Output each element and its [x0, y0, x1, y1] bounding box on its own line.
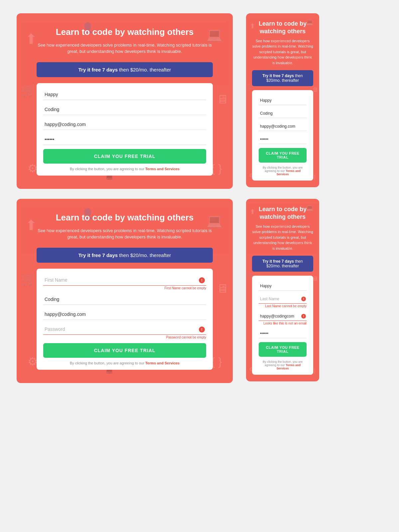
mobile2-card-heading: Learn to code by watching others — [252, 205, 313, 221]
card-filled-mobile: ⬆ 💻 🛒 🖥 ⚙ { } Learn to code by watching … — [246, 13, 319, 187]
mobile-first-name-field — [259, 96, 307, 105]
bg-icon-screen: 🖥 — [216, 92, 228, 106]
terms-link-2[interactable]: Terms and Services — [145, 361, 180, 365]
first-name-error-icon: ! — [199, 277, 205, 283]
card-filled-large: ⬆ 👤 💻 🛒 🖥 ⚙ 📱 { } ☁ 🔔 Learn to code by w… — [17, 13, 233, 189]
mobile-signup-form: CLAIM YOU FREE TRIAL By clicking the but… — [252, 90, 313, 181]
bg-icon-settings: ⚙ — [28, 162, 38, 175]
trial-btn2-bold: Try it free 7 days — [78, 252, 118, 258]
mobile-card-heading: Learn to code by watching others — [252, 20, 313, 36]
mobile-trial-button[interactable]: Try it free 7 days then $20/mo. thereaft… — [252, 70, 313, 86]
card-errors-mobile: ⬆ 💻 🛒 🖥 ⚙ { } Learn to code by watching … — [246, 199, 319, 381]
bg-icon2-upload: ⬆ — [25, 217, 37, 233]
trial-button-2[interactable]: Try it free 7 days then $20/mo. thereaft… — [37, 248, 213, 263]
last-name-ok-input[interactable] — [43, 294, 206, 305]
password-error-icon: ! — [199, 327, 205, 332]
last-name-ok-field — [43, 294, 206, 305]
trial-btn2-rest: then $20/mo. thereafter — [118, 252, 171, 258]
mobile2-first-name-field — [259, 282, 307, 291]
last-name-input[interactable] — [43, 104, 206, 115]
password-field — [43, 134, 206, 145]
email-field — [43, 119, 206, 130]
password-error-input[interactable] — [43, 324, 206, 335]
email-ok-input[interactable] — [43, 309, 206, 320]
mobile2-email-input[interactable] — [259, 312, 307, 321]
password-error-msg: Password cannot be empty — [43, 335, 206, 339]
bg-icon-cart: 🛒 — [21, 83, 36, 97]
mobile-password-input[interactable] — [259, 135, 307, 144]
claim-button-2[interactable]: CLAIM YOU FREE TRIAL — [43, 343, 206, 358]
card-heading: Learn to code by watching others — [37, 27, 213, 38]
mobile-last-name-field — [259, 109, 307, 118]
mobile2-trial-button[interactable]: Try it free 7 days then $20/mo. thereaft… — [252, 256, 313, 272]
password-error-field: ! Password cannot be empty — [43, 324, 206, 339]
mobile-email-input[interactable] — [259, 122, 307, 131]
last-name-field — [43, 104, 206, 115]
bg-icon2-cart: 🛒 — [21, 272, 36, 286]
mobile2-password-input[interactable] — [259, 329, 307, 338]
mobile2-signup-form: ! Last Name cannot be empty ! Looks like… — [252, 276, 313, 375]
mobile2-last-name-field: ! Last Name cannot be empty — [259, 295, 307, 308]
mobile2-claim-button[interactable]: CLAIM YOU FREE TRIAL — [259, 342, 307, 357]
mobile2-password-field — [259, 329, 307, 338]
mobile2-last-name-input[interactable] — [259, 295, 307, 304]
mobile2-email-error-msg: Looks like this is not an email — [259, 322, 307, 325]
terms-text-2: By clicking the button, you are agreeing… — [43, 361, 206, 365]
mobile2-card-subtitle: See how experienced developers solve pro… — [252, 224, 313, 251]
bg-icon-upload: ⬆ — [25, 31, 37, 47]
card-subtitle: See how experienced developers solve pro… — [37, 42, 213, 55]
mobile-first-name-input[interactable] — [259, 96, 307, 105]
mobile2-last-name-error-icon: ! — [301, 297, 306, 301]
mobile2-email-error-icon: ! — [301, 314, 306, 319]
first-name-error-msg: First Name cannot be empty — [43, 286, 206, 290]
mobile-last-name-input[interactable] — [259, 109, 307, 118]
trial-btn-bold: Try it free 7 days — [78, 67, 118, 72]
signup-form: CLAIM YOU FREE TRIAL By clicking the but… — [37, 83, 213, 176]
signup-form-errors: ! First Name cannot be empty ! Password … — [37, 269, 213, 370]
mobile2-trial-btn-bold: Try it free 7 days — [262, 259, 294, 264]
card-errors-large: ⬆ 👤 💻 🛒 🖥 ⚙ 📱 { } ☁ 🔔 Learn to code by w… — [17, 199, 233, 383]
mobile2-terms-text: By clicking the button, you are agreeing… — [259, 360, 307, 370]
card2-subtitle: See how experienced developers solve pro… — [37, 227, 213, 240]
first-name-error-input[interactable] — [43, 275, 206, 286]
password-input[interactable] — [43, 134, 206, 145]
email-input[interactable] — [43, 119, 206, 130]
mobile-card-subtitle: See how experienced developers solve pro… — [252, 38, 313, 66]
terms-link[interactable]: Terms and Services — [145, 167, 180, 171]
bg-icon-code: { } — [211, 162, 222, 175]
bg-icon2-screen: 🖥 — [216, 282, 228, 296]
claim-button[interactable]: CLAIM YOU FREE TRIAL — [43, 149, 206, 164]
mobile2-last-name-error-msg: Last Name cannot be empty — [259, 304, 307, 308]
card2-heading: Learn to code by watching others — [37, 212, 213, 223]
mobile-trial-btn-bold: Try it free 7 days — [262, 73, 294, 78]
mobile-password-field — [259, 135, 307, 144]
mobile2-first-name-input[interactable] — [259, 282, 307, 291]
first-name-input[interactable] — [43, 89, 206, 100]
mobile-email-field — [259, 122, 307, 131]
first-name-field — [43, 89, 206, 100]
first-name-error-field: ! First Name cannot be empty — [43, 275, 206, 290]
terms-text: By clicking the button, you are agreeing… — [43, 167, 206, 171]
mobile-claim-button[interactable]: CLAIM YOU FREE TRIAL — [259, 148, 307, 163]
mobile-terms-text: By clicking the button, you are agreeing… — [259, 166, 307, 176]
trial-button[interactable]: Try it free 7 days then $20/mo. thereaft… — [37, 62, 213, 77]
trial-btn-rest: then $20/mo. thereafter — [118, 67, 171, 72]
bg-icon2-code: { } — [211, 355, 222, 368]
mobile2-email-field: ! Looks like this is not an email — [259, 312, 307, 325]
bg-icon2-settings: ⚙ — [28, 355, 38, 368]
email-ok-field — [43, 309, 206, 320]
